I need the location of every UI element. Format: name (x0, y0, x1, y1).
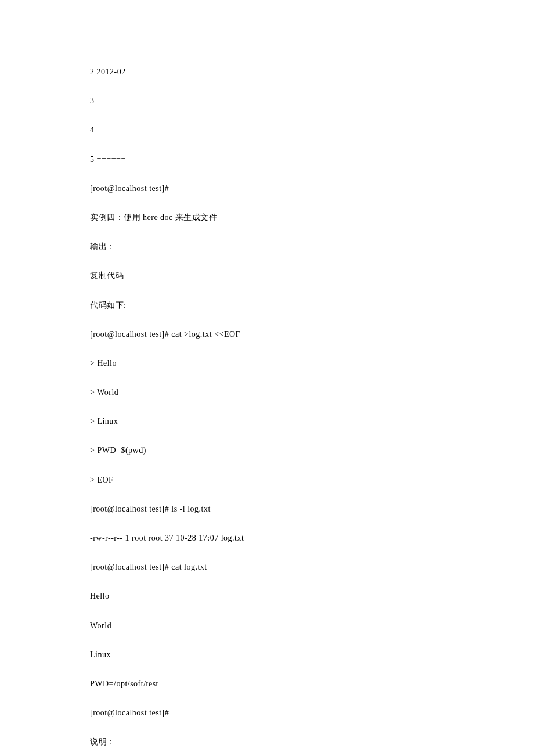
text-line: 复制代码 (90, 271, 444, 281)
text-line: 2 2012-02 (90, 67, 444, 77)
text-line: > Linux (90, 416, 444, 427)
text-line: -rw-r--r-- 1 root root 37 10-28 17:07 lo… (90, 533, 444, 543)
text-line: [root@localhost test]# (90, 183, 444, 194)
text-line: 4 (90, 125, 444, 135)
text-line: PWD=/opt/soft/test (90, 679, 444, 689)
text-line: [root@localhost test]# cat >log.txt <<EO… (90, 329, 444, 340)
text-line: [root@localhost test]# (90, 708, 444, 718)
text-line: 代码如下: (90, 300, 444, 311)
text-line: [root@localhost test]# cat log.txt (90, 562, 444, 573)
text-line: > PWD=$(pwd) (90, 445, 444, 456)
text-line: 实例四：使用 here doc 来生成文件 (90, 213, 444, 223)
text-line: World (90, 621, 444, 631)
text-line: Hello (90, 591, 444, 602)
text-line: > World (90, 387, 444, 398)
text-line: > Hello (90, 358, 444, 369)
text-line: > EOF (90, 475, 444, 485)
text-line: [root@localhost test]# ls -l log.txt (90, 504, 444, 514)
text-line: Linux (90, 650, 444, 660)
text-line: 5 ====== (90, 154, 444, 165)
text-line: 3 (90, 96, 444, 106)
text-line: 输出： (90, 242, 444, 252)
text-line: 说明： (90, 737, 444, 747)
